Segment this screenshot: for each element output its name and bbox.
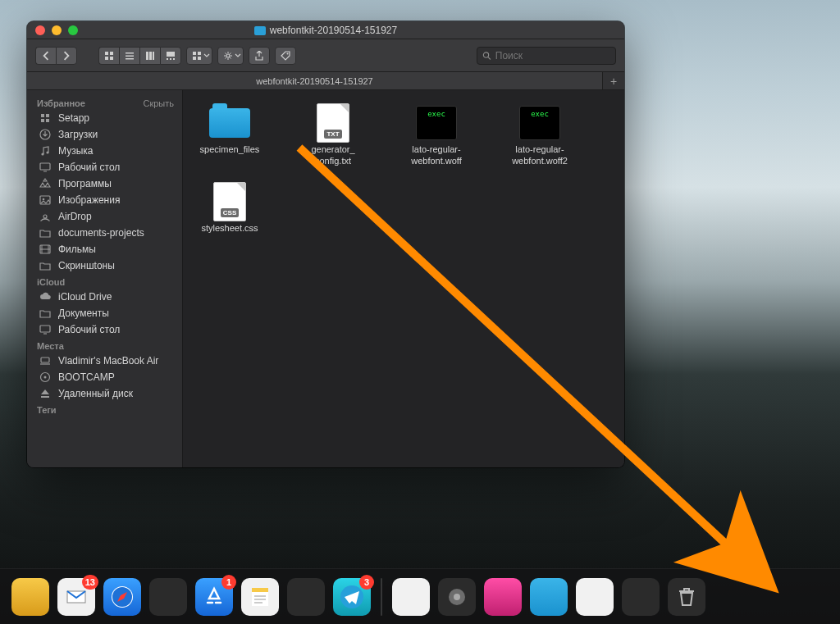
sidebar-item[interactable]: documents-projects xyxy=(27,225,182,241)
eject-icon xyxy=(39,388,52,399)
action-button[interactable] xyxy=(217,47,244,65)
gallery-view-button[interactable] xyxy=(160,47,181,65)
notes-app-icon[interactable] xyxy=(241,578,279,616)
close-icon[interactable] xyxy=(35,25,45,35)
images-icon xyxy=(39,194,52,206)
search-input[interactable] xyxy=(495,50,610,61)
cleanmymac-app-icon[interactable] xyxy=(484,578,522,616)
sidebar-item[interactable]: Скриншtоны xyxy=(27,257,182,274)
folder-icon xyxy=(39,227,52,239)
sidebar-item[interactable]: Загрузки xyxy=(27,126,182,143)
file-label: specimen_​files xyxy=(200,144,260,156)
sidebar-group-title: Теги xyxy=(37,405,57,415)
file-item[interactable]: CSSstylesheet.css xyxy=(194,184,265,235)
airdrop-icon xyxy=(39,211,52,222)
titlebar[interactable]: webfontkit-20190514-151927 xyxy=(27,21,624,39)
svg-point-44 xyxy=(454,594,460,600)
finder-window[interactable]: webfontkit-20190514-151927 xyxy=(27,21,624,467)
dock-separator xyxy=(381,578,382,616)
svg-rect-41 xyxy=(252,588,268,592)
tab-active[interactable]: webfontkit-20190514-151927 xyxy=(27,72,603,89)
sidebar-group-header: ИзбранноеСкрыть xyxy=(27,95,182,110)
svg-point-18 xyxy=(226,54,230,57)
sidebar-item-label: Рабочий стол xyxy=(58,162,120,173)
sidebar-item[interactable]: Изображения xyxy=(27,192,182,208)
list-view-button[interactable] xyxy=(119,47,139,65)
tags-button[interactable] xyxy=(275,47,296,65)
sidebar-item-label: Рабочий стол xyxy=(58,324,120,335)
sidebar-item-label: Скриншtоны xyxy=(58,260,115,271)
share-button[interactable] xyxy=(249,47,270,65)
view-mode-buttons xyxy=(98,47,181,65)
sidebar-hide-button[interactable]: Скрыть xyxy=(143,98,174,108)
settings-app-icon[interactable] xyxy=(438,578,476,616)
svg-point-27 xyxy=(46,151,48,153)
file-item[interactable]: TXTgenerator_​config.txt xyxy=(298,105,368,167)
apps-icon xyxy=(39,178,52,189)
butterfly-app-icon[interactable] xyxy=(149,578,187,616)
sidebar-item[interactable]: Рабочий стол xyxy=(27,321,182,338)
forward-button[interactable] xyxy=(56,47,77,65)
svg-rect-28 xyxy=(40,163,50,170)
svg-rect-2 xyxy=(105,57,108,60)
content-area[interactable]: specimen_​filesTXTgenerator_​config.txte… xyxy=(183,90,624,467)
sidebar: ИзбранноеСкрытьSetappЗагрузкиМузыкаРабоч… xyxy=(27,90,183,467)
sidebar-group-title: Места xyxy=(37,341,64,351)
sidebar-item[interactable]: Удаленный диск xyxy=(27,385,182,402)
sidebar-item-label: Vladimir's MacBook Air xyxy=(58,355,158,367)
telegram-app-icon[interactable]: 3 xyxy=(333,578,371,616)
badge: 3 xyxy=(359,575,374,590)
sidebar-group-header: Места xyxy=(27,338,182,353)
forklift-app-icon[interactable] xyxy=(11,578,49,616)
sidebar-item[interactable]: AirDrop xyxy=(27,208,182,225)
back-button[interactable] xyxy=(35,47,56,65)
file-item[interactable]: specimen_​files xyxy=(194,105,265,167)
mail-app-icon[interactable]: 13 xyxy=(57,578,95,616)
sidebar-item[interactable]: Фильмы xyxy=(27,241,182,257)
icon-view-button[interactable] xyxy=(98,47,119,65)
file-label: lato-regular-webfont.woff2 xyxy=(504,144,575,167)
trash-icon[interactable] xyxy=(668,578,705,616)
column-view-button[interactable] xyxy=(139,47,160,65)
svg-point-36 xyxy=(44,376,47,379)
desktop-icon xyxy=(39,162,52,173)
svg-rect-13 xyxy=(173,58,175,60)
svg-rect-9 xyxy=(153,52,154,60)
document-icon: TXT xyxy=(317,103,349,143)
desktop-icon xyxy=(39,324,52,335)
logic-app-icon[interactable] xyxy=(287,578,325,616)
search-field[interactable] xyxy=(477,47,616,65)
sidebar-group-header: Теги xyxy=(27,402,182,417)
safari-app-icon[interactable] xyxy=(103,578,141,616)
folder-icon xyxy=(209,108,250,138)
sidebar-item[interactable]: iCloud Drive xyxy=(27,289,182,305)
reminders-app-icon[interactable] xyxy=(392,578,430,616)
new-tab-button[interactable]: + xyxy=(603,72,624,89)
svg-rect-11 xyxy=(167,58,168,60)
tag-icon xyxy=(281,51,290,61)
minimize-icon[interactable] xyxy=(52,25,62,35)
sidebar-item[interactable]: Setapp xyxy=(27,110,182,126)
sidebar-item[interactable]: Программы xyxy=(27,175,182,192)
sidebar-item[interactable]: Рабочий стол xyxy=(27,159,182,175)
document-icon: CSS xyxy=(213,182,246,221)
sidebar-item[interactable]: Музыка xyxy=(27,143,182,159)
sidebar-item[interactable]: BOOTCAMP xyxy=(27,369,182,385)
file-item[interactable]: execlato-regular-webfont.woff2 xyxy=(504,105,575,167)
svg-point-20 xyxy=(483,52,488,57)
svg-rect-4 xyxy=(126,52,134,54)
svg-rect-7 xyxy=(146,52,148,60)
dropbox-folder-icon[interactable] xyxy=(530,578,568,616)
zoom-icon[interactable] xyxy=(68,25,78,35)
wallet-app-icon[interactable] xyxy=(622,578,660,616)
search-icon xyxy=(482,51,491,61)
sidebar-item[interactable]: Документы xyxy=(27,305,182,321)
svg-rect-16 xyxy=(193,57,196,60)
sidebar-item[interactable]: Vladimir's MacBook Air xyxy=(27,353,182,369)
file-item[interactable]: execlato-regular-webfont.woff xyxy=(401,105,472,167)
pdf-doc-icon[interactable] xyxy=(576,578,614,616)
appstore-app-icon[interactable]: 1 xyxy=(195,578,233,616)
arrange-button[interactable] xyxy=(186,47,212,65)
folder-icon xyxy=(254,26,266,35)
file-label: stylesheet.css xyxy=(201,223,258,235)
